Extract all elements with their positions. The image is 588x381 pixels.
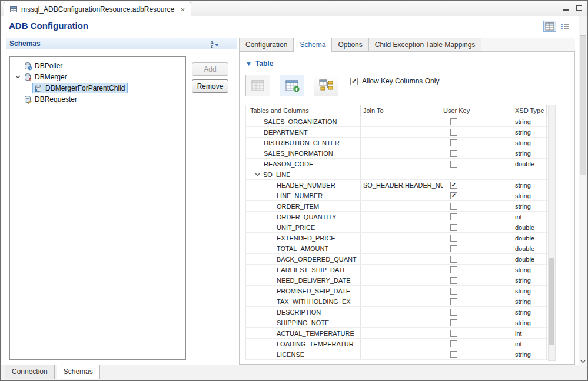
tab-configuration[interactable]: Configuration: [239, 38, 294, 51]
cell-tables-and-columns: ORDER_ITEM: [245, 201, 361, 211]
editor-scrollbar-thumb[interactable]: [580, 35, 586, 175]
table-row[interactable]: HEADER_NUMBERSO_HEADER.HEADER_NU...✓stri…: [245, 180, 556, 190]
cell-join-to: [361, 286, 443, 296]
table-row[interactable]: TAX_WITHHOLDING_EXstring: [245, 296, 556, 307]
table-row[interactable]: ACTUAL_TEMPERATUREint: [245, 328, 556, 339]
cell-tables-and-columns: DISTRIBUTION_CENTER: [245, 138, 361, 148]
table-row[interactable]: EARLIEST_SHIP_DATEstring: [245, 265, 556, 275]
sort-az-icon[interactable]: az: [210, 39, 220, 48]
close-icon[interactable]: ✕: [180, 6, 185, 13]
tab-child-exception-table-mappings[interactable]: Child Exception Table Mappings: [368, 38, 482, 51]
user-key-checkbox[interactable]: [450, 266, 457, 273]
column-header-tables-and-columns[interactable]: Tables and Columns: [245, 105, 361, 116]
table-scrollbar[interactable]: [548, 105, 556, 361]
svg-text:z: z: [211, 44, 213, 48]
show-table-button[interactable]: [245, 75, 270, 96]
tab-options[interactable]: Options: [331, 38, 368, 51]
table-row[interactable]: REASON_CODEdouble: [245, 159, 556, 169]
table-row[interactable]: SO_LINE: [245, 169, 556, 180]
user-key-checkbox[interactable]: [450, 288, 457, 295]
cell-join-to: [361, 222, 443, 232]
editor-tab[interactable]: mssql_ADBConfigurationResource.adbResour…: [4, 2, 191, 16]
table-row[interactable]: DESCRIPTIONstring: [245, 307, 556, 317]
chevron-down-icon[interactable]: [14, 75, 22, 79]
user-key-checkbox[interactable]: [450, 213, 457, 220]
user-key-checkbox[interactable]: [450, 224, 457, 231]
add-button[interactable]: Add: [192, 62, 228, 76]
tree-item[interactable]: DBMergerForParentChild: [10, 82, 185, 93]
user-key-checkbox[interactable]: [450, 298, 457, 305]
table-row[interactable]: LICENSEstring: [245, 349, 556, 360]
table-row[interactable]: PROMISED_SHIP_DATEstring: [245, 286, 556, 296]
user-key-checkbox[interactable]: [450, 277, 457, 284]
table-row[interactable]: TOTAL_AMOUNTdouble: [245, 243, 556, 254]
tree-item[interactable]: DBMerger: [10, 71, 185, 82]
table-row[interactable]: SALES_INFORMATIONstring: [245, 148, 556, 159]
table-row[interactable]: DISTRIBUTION_CENTERstring: [245, 138, 556, 148]
user-key-checkbox[interactable]: [450, 256, 457, 263]
table-row[interactable]: BACK_ORDERED_QUANTdouble: [245, 254, 556, 265]
table-row[interactable]: SHIPPING_NOTEstring: [245, 317, 556, 328]
user-key-checkbox[interactable]: [450, 129, 457, 136]
schemas-panel-title: Schemas: [9, 39, 41, 48]
row-label: SHIPPING_NOTE: [277, 319, 329, 326]
table-row[interactable]: LOADING_TEMPERATURint: [245, 339, 556, 349]
table-row[interactable]: EXTENDED_PRICEdouble: [245, 233, 556, 243]
user-key-checkbox[interactable]: [450, 330, 457, 337]
allow-key-checkbox[interactable]: ✓: [350, 78, 358, 85]
table-row[interactable]: UNIT_PRICEdouble: [245, 222, 556, 233]
user-key-checkbox[interactable]: [450, 235, 457, 242]
user-key-checkbox[interactable]: ✓: [450, 182, 457, 189]
user-key-checkbox[interactable]: [450, 319, 457, 326]
cell-xsd-type: string: [510, 180, 547, 190]
tree-item-selection: DBRequester: [22, 94, 80, 105]
table-row[interactable]: LINE_NUMBER✓string: [245, 190, 556, 201]
user-key-checkbox[interactable]: [450, 340, 457, 347]
table-scrollbar-thumb[interactable]: [549, 258, 554, 345]
user-key-checkbox[interactable]: ✓: [450, 192, 457, 199]
user-key-checkbox[interactable]: [450, 245, 457, 252]
section-collapse-icon[interactable]: ▼: [245, 61, 252, 67]
editor-scrollbar[interactable]: [579, 16, 587, 365]
table-row[interactable]: NEED_DELIVERY_DATEstring: [245, 275, 556, 286]
user-key-checkbox[interactable]: [450, 351, 457, 358]
row-name-wrap: SALES_ORGANIZATION: [246, 118, 337, 125]
user-key-checkbox[interactable]: [450, 118, 457, 125]
user-key-checkbox[interactable]: [450, 161, 457, 168]
cell-user-key: [443, 148, 510, 158]
tree-item[interactable]: DBPoller: [10, 60, 185, 71]
user-key-checkbox[interactable]: [450, 309, 457, 316]
cell-user-key: [443, 127, 510, 137]
chevron-down-icon[interactable]: [255, 173, 260, 176]
list-view-icon[interactable]: [559, 21, 572, 32]
select-columns-button[interactable]: [280, 75, 304, 96]
user-key-checkbox[interactable]: [450, 150, 457, 157]
remove-button[interactable]: Remove: [192, 79, 228, 93]
cell-xsd-type: string: [510, 317, 547, 327]
column-header-user-key[interactable]: User Key: [443, 105, 510, 116]
minimize-icon[interactable]: [563, 5, 569, 11]
row-name-wrap: LINE_NUMBER: [246, 192, 323, 199]
xsd-type-value: string: [515, 118, 531, 125]
user-key-checkbox[interactable]: [450, 203, 457, 210]
bottom-tab-connection[interactable]: Connection: [5, 365, 55, 379]
tree-item[interactable]: DBRequester: [10, 93, 185, 105]
table-row[interactable]: ORDER_ITEMstring: [245, 201, 556, 212]
maximize-icon[interactable]: [576, 5, 582, 11]
user-key-checkbox[interactable]: [450, 139, 457, 146]
table-row[interactable]: SALES_ORGANIZATIONstring: [245, 116, 556, 127]
grid-view-icon[interactable]: [543, 21, 556, 32]
table-row[interactable]: DEPARTMENTstring: [245, 127, 556, 138]
schemas-panel: Schemas az DBPollerDBMergerDBMergerForPa…: [6, 38, 237, 365]
tab-schema[interactable]: Schema: [293, 38, 332, 52]
row-name-wrap: UNIT_PRICE: [246, 224, 315, 231]
bottom-tab-schemas[interactable]: Schemas: [57, 365, 100, 379]
cell-tables-and-columns: LINE_NUMBER: [245, 190, 361, 200]
cell-xsd-type: string: [510, 296, 547, 306]
table-row[interactable]: ORDER_QUANTITYint: [245, 212, 556, 222]
scroll-down-icon[interactable]: [579, 360, 587, 363]
column-header-xsd-type[interactable]: XSD Type: [510, 105, 547, 116]
table-mapping-button[interactable]: [314, 75, 338, 96]
xsd-type-value: string: [515, 203, 531, 210]
column-header-join-to[interactable]: Join To: [361, 105, 443, 116]
